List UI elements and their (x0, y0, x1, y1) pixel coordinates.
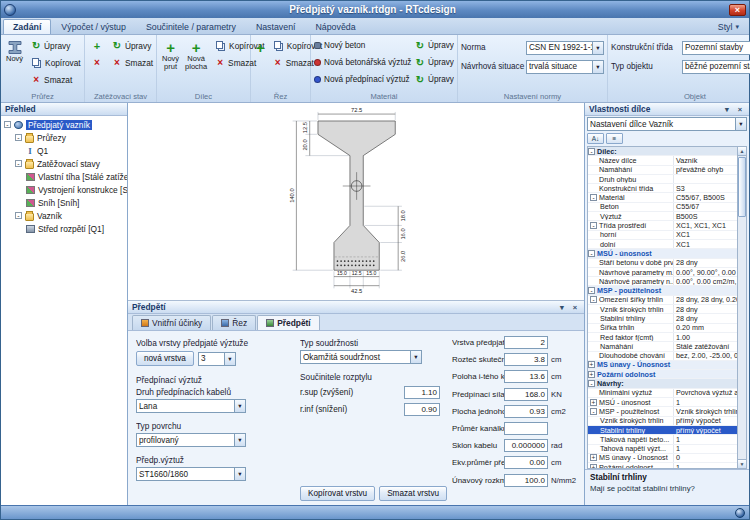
delete-load-case-button[interactable]: ×Smazat (108, 54, 157, 71)
panel-close-icon[interactable]: × (735, 105, 745, 114)
property-row[interactable]: Druh ohybu (588, 175, 737, 184)
property-row[interactable]: Dlouhodobé chováníbez, 2.00, -25.00, 0.0… (588, 352, 737, 361)
tree-expander-icon[interactable]: - (15, 134, 22, 141)
surface-type-select[interactable]: profilovaný ▾ (136, 433, 246, 447)
expander-icon[interactable]: - (588, 287, 595, 294)
property-row[interactable]: NamáháníStálé zatěžování (588, 342, 737, 351)
add-load-case-button[interactable]: + (88, 37, 106, 54)
expander-icon[interactable]: - (590, 194, 597, 201)
cable-spacing-input[interactable]: 3.8 (504, 353, 548, 366)
tab-napoveda[interactable]: Nápověda (305, 19, 365, 34)
scroll-up-icon[interactable]: ▲ (738, 147, 746, 156)
tree-item-q1[interactable]: I Q1 (1, 144, 127, 157)
panel-menu-icon[interactable]: ▾ (557, 303, 567, 312)
property-row[interactable]: Stabilní trhliny28 dny (588, 314, 737, 323)
edit-cross-section-button[interactable]: ↻Úpravy (27, 37, 85, 54)
property-row[interactable]: Návrhové parametry n...0.00°, 0.00 cm2/m… (588, 277, 737, 286)
property-group[interactable]: -MSÚ - únosnost (588, 249, 737, 258)
property-row[interactable]: Vznik širokých trhlinpřímý výpočet (588, 417, 737, 426)
equiv-diameter-input[interactable]: 0.00 (504, 456, 548, 469)
property-row[interactable]: Red faktor f(cmt)1.00 (588, 333, 737, 342)
tab-zadani[interactable]: Zadání (3, 19, 51, 34)
new-tendon-button[interactable]: Nová předpínací výztuž (314, 71, 413, 88)
bond-type-select[interactable]: Okamžitá soudržnost ▾ (300, 350, 422, 364)
property-row[interactable]: +MSÚ - únosnost1 (588, 398, 737, 407)
tree-item-vlastni-tiha[interactable]: Vlastní tíha [Stálé zatížení] (1, 170, 127, 183)
sort-az-button[interactable]: A↓ (587, 133, 604, 144)
new-layer-button[interactable]: nová vrstva (136, 351, 194, 366)
layer-count-input[interactable]: 2 (504, 336, 548, 349)
tree-item-snih[interactable]: Sníh [Sníh] (1, 196, 127, 209)
property-row[interactable]: -MSP - použitelnostVznik širokých trhlin… (588, 407, 737, 416)
structure-class-select[interactable]: Pozemní stavby ▾ (682, 41, 750, 55)
property-row[interactable]: horníXC1 (588, 231, 737, 240)
property-row[interactable]: Vznik širokých trhlin28 dny (588, 305, 737, 314)
property-section[interactable]: -Návrhy: (588, 379, 737, 388)
property-row[interactable]: dolníXC1 (588, 240, 737, 249)
tree-expander-icon[interactable]: - (4, 121, 11, 128)
property-row[interactable]: Stáří betonu v době prvn...28 dny (588, 259, 737, 268)
prestress-force-input[interactable]: 168.0 (504, 388, 548, 401)
cable-area-input[interactable]: 0.93 (504, 405, 548, 418)
copy-cross-section-button[interactable]: Kopírovat (27, 54, 85, 71)
property-row[interactable]: Tlaková napětí beto...1 (588, 435, 737, 444)
property-row[interactable]: Návrhové parametry m...0.00°, 90.00°, 0.… (588, 268, 737, 277)
tree-item-vaznik[interactable]: - Vazník (1, 209, 127, 222)
expander-icon[interactable]: - (588, 380, 595, 387)
edit-load-case-button[interactable]: ↻Úpravy (108, 37, 157, 54)
scroll-down-icon[interactable]: ▼ (738, 459, 746, 468)
property-row-selected[interactable]: Stabilní trhlinypřímý výpočet (588, 426, 737, 435)
tab-soucinitele-parametry[interactable]: Součinitele / parametry (136, 19, 246, 34)
tab-prestress[interactable]: Předpětí (257, 315, 320, 330)
categorize-button[interactable]: ≡ (606, 133, 623, 144)
property-group[interactable]: +MS únavy - Únosnost (588, 361, 737, 370)
expander-icon[interactable]: + (590, 399, 597, 406)
new-rebar-button[interactable]: Nová betonářská výztuž (314, 54, 413, 71)
drawing-canvas[interactable]: 72.5 12.5 20.0 140.0 18.0 16.0 26.0 15.0… (128, 103, 584, 301)
property-row[interactable]: BetonC55/67 (588, 203, 737, 212)
expander-icon[interactable]: - (590, 222, 597, 229)
copy-layer-button[interactable]: Kopírovat vrstvu (300, 486, 375, 501)
design-situation-select[interactable]: trvalá situace ▾ (526, 60, 604, 74)
panel-menu-icon[interactable]: ▾ (722, 105, 732, 114)
expander-icon[interactable]: - (588, 148, 595, 155)
tab-section-cut[interactable]: Řez (212, 315, 256, 330)
property-row[interactable]: Šířka trhlin0.20 mm (588, 324, 737, 333)
cable-slope-input[interactable]: 0.000000 (504, 439, 548, 452)
member-settings-select[interactable]: Nastavení dílce Vazník ▾ (587, 117, 747, 131)
property-section[interactable]: -Dílec: (588, 147, 737, 156)
expander-icon[interactable]: + (590, 454, 597, 461)
expander-icon[interactable]: - (590, 296, 597, 303)
expander-icon[interactable]: - (590, 408, 597, 415)
delete-layer-button[interactable]: Smazat vrstvu (379, 486, 447, 501)
new-section-cut-button[interactable]: + (254, 37, 267, 71)
norm-select[interactable]: CSN EN 1992-1-1 ▾ (526, 41, 604, 55)
property-group[interactable]: -MSP - použitelnost (588, 286, 737, 295)
window-close-button[interactable]: × (729, 4, 746, 16)
property-row[interactable]: +MS únavy - Únosnost0 (588, 454, 737, 463)
scrollbar-thumb[interactable] (738, 157, 746, 217)
tree-item-root[interactable]: - Předpjatý vazník (1, 118, 127, 131)
new-area-member-button[interactable]: + Nová plocha (183, 37, 209, 75)
scrollbar[interactable]: ▲ ▼ (738, 146, 747, 469)
tab-vypocet-vystup[interactable]: Výpočet / výstup (51, 19, 136, 34)
tree-expander-icon[interactable]: - (15, 212, 22, 219)
expander-icon[interactable]: + (588, 361, 595, 368)
tree-item-prurezy[interactable]: - Průřezy (1, 131, 127, 144)
duct-diameter-input[interactable] (504, 422, 548, 435)
rinf-input[interactable]: 0.90 (404, 403, 440, 416)
cable-kind-select[interactable]: Lana ▾ (136, 399, 246, 413)
expander-icon[interactable]: - (588, 250, 595, 257)
style-menu-button[interactable]: Styl ▾ (710, 20, 747, 34)
tree-item-stred-rozpeti[interactable]: Střed rozpětí [Q1] (1, 222, 127, 235)
cable-position-input[interactable]: 13.6 (504, 370, 548, 383)
tree-expander-icon[interactable]: - (15, 160, 22, 167)
property-row[interactable]: Konstrukční třídaS3 (588, 184, 737, 193)
property-row[interactable]: Tahová napětí výzt...1 (588, 445, 737, 454)
property-row[interactable]: -Omezení šířky trhlin28 dny, 28 dny, 0.2… (588, 296, 737, 305)
property-row[interactable]: Minimální výztužPovrchová výztuž a výztu… (588, 389, 737, 398)
object-type-select[interactable]: běžné pozemní stavby ▾ (682, 60, 750, 74)
remove-load-case-button[interactable]: × (88, 54, 106, 71)
fatigue-range-input[interactable]: 100.0 (504, 474, 548, 487)
property-group[interactable]: +Požární odolnost (588, 370, 737, 379)
